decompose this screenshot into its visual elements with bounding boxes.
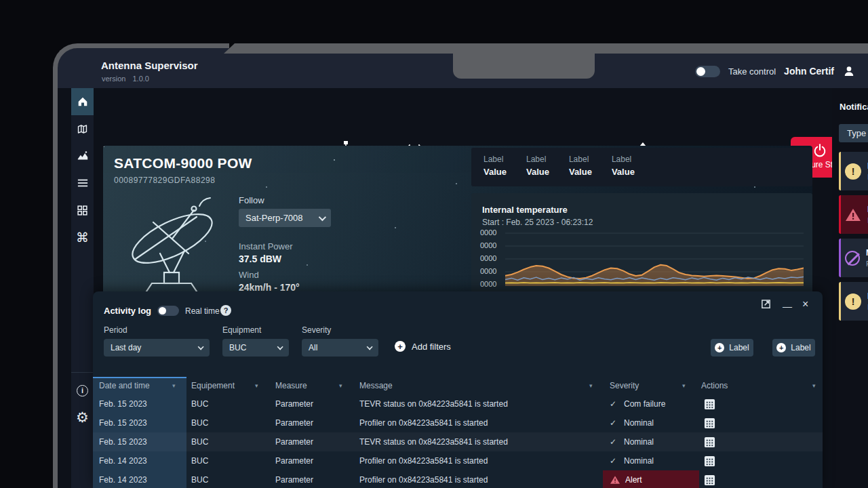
sort-caret[interactable]: ▾ [812,382,816,389]
sidebar-item-apps[interactable] [71,197,94,224]
stat-item: LabelValue [526,155,549,186]
backdrop-window-edge-top [94,43,229,48]
equipment-select[interactable]: BUC [222,339,289,357]
warning-circle-icon: ! [845,163,861,180]
table-action-icon[interactable] [704,455,715,470]
instant-power: Instant Power 37.5 dBW [239,241,293,264]
severity-select[interactable]: All [302,339,378,357]
chevron-down-icon [367,344,373,350]
home-icon [77,96,89,108]
stats-card: LabelValue LabelValue LabelValue LabelVa… [471,148,812,186]
equipment-filter-label: Equipment [222,325,261,335]
info-icon: i [77,385,88,396]
activity-log-panel: Activity log Real time ? — × Period Equi… [93,291,823,488]
sidebar-item-settings[interactable]: ⚙ [71,404,94,431]
app-version: version1.0.0 [102,75,156,83]
severity-filter-label: Severity [302,325,331,335]
take-control-label: Take control [728,66,776,77]
screen: Antenna Supervisor version1.0.0 Take con… [0,0,868,488]
period-select[interactable]: Last day [104,339,210,357]
follow-label: Follow [239,195,264,205]
chevron-down-icon [198,344,204,350]
table-action-icon[interactable] [704,418,715,432]
command-key-icon: ⌘ [76,230,89,245]
chevron-down-icon [319,213,326,220]
sidebar-bottom: i ⚙ [71,368,94,431]
check-icon: ✓ [610,399,616,409]
check-icon: ✓ [610,456,616,466]
column-header-actions[interactable]: Actions [701,381,728,390]
notification-card-warning[interactable]: ! M P [839,282,868,321]
real-time-toggle[interactable] [157,306,179,316]
table-row[interactable]: Feb. 15 2023 BUC Parameter TEVR status o… [93,394,823,413]
user-name: John Certif [784,66,834,77]
notification-card-blocked[interactable]: M F [839,239,868,277]
sort-caret[interactable]: ▾ [339,382,342,389]
notification-card-error[interactable]: N P [839,195,868,234]
take-control-toggle[interactable] [695,66,720,77]
ban-icon [845,251,860,266]
sidebar-item-logs[interactable] [71,169,94,197]
table-row[interactable]: Feb. 14 2023 BUC Parameter Profiler on 0… [93,470,823,488]
satellite-dish-illustration [118,197,240,303]
table-row[interactable]: Feb. 15 2023 BUC Parameter TEVR status o… [93,432,823,451]
y-tick: 0000 [480,228,503,237]
antenna-title: SATCOM-9000 POW [114,155,252,171]
user-icon[interactable] [842,64,856,78]
y-tick: 0000 [480,254,503,262]
column-header-message[interactable]: Message [359,381,393,390]
stat-item: LabelValue [569,155,592,186]
stat-item: LabelValue [484,155,507,186]
antenna-serial: 00089777829GDFA88298 [114,176,215,185]
sidebar-item-command[interactable]: ⌘ [71,224,94,251]
table-action-icon[interactable] [704,436,715,451]
map-icon [77,123,88,135]
help-icon[interactable]: ? [220,305,231,316]
table-row[interactable]: Feb. 15 2023 BUC Parameter Profiler on 0… [93,413,823,432]
main-toolbar: RF On Manage RX and TX Modems → [94,88,868,146]
stat-item: LabelValue [612,155,635,186]
sidebar-item-map[interactable] [71,115,94,142]
starfield [103,146,104,147]
open-in-window-icon[interactable] [761,299,771,311]
sidebar-item-info[interactable]: i [71,377,94,404]
sort-caret[interactable]: ▾ [255,382,258,389]
table-action-icon[interactable] [704,399,715,413]
antenna-hero-panel: SATCOM-9000 POW 00089777829GDFA88298 Fol… [103,146,812,303]
temperature-title: Internal temperature [482,205,568,215]
notification-type-filter[interactable]: Type [839,124,868,142]
label-button-2[interactable]: + Label [772,339,815,357]
follow-select[interactable]: Sat-Perp-7008 [239,209,331,227]
sort-caret[interactable]: ▾ [589,382,593,389]
column-header-measure[interactable]: Measure [275,381,307,390]
plus-icon: + [715,343,724,352]
table-action-icon[interactable] [704,474,715,488]
sidebar-item-home[interactable] [71,88,94,115]
sidebar-item-monitoring[interactable] [71,142,94,169]
chevron-down-icon [277,344,283,350]
close-icon[interactable]: × [802,298,808,310]
warning-triangle-icon [845,207,861,222]
y-tick: 0000 [480,241,503,249]
temperature-chart [505,228,804,290]
sort-caret[interactable]: ▾ [682,382,686,389]
check-icon: ✓ [610,437,616,447]
alert-severity-badge: Alert [603,470,699,488]
label-button-1[interactable]: + Label [711,339,753,357]
real-time-label: Real time [185,306,220,316]
activity-log-title: Activity log [104,306,151,316]
notification-card-warning[interactable]: ! M P [839,152,868,190]
table-row[interactable]: Feb. 14 2023 BUC Parameter Profiler on 0… [93,451,823,470]
plus-icon: + [395,341,406,352]
area-chart-icon [77,150,89,162]
column-header-severity[interactable]: Severity [610,381,639,390]
column-header-date[interactable]: Date and time [99,381,150,390]
sort-caret[interactable]: ▾ [172,382,176,389]
gear-icon: ⚙ [76,409,89,426]
minimize-icon[interactable]: — [783,301,792,312]
list-icon [77,178,89,188]
internal-temperature-card: Internal temperature Start : Feb. 25 202… [471,193,812,303]
add-filters-button[interactable]: + Add filters [395,341,451,352]
app-window: Antenna Supervisor version1.0.0 Take con… [58,48,868,488]
column-header-equipment[interactable]: Equipement [191,381,235,390]
